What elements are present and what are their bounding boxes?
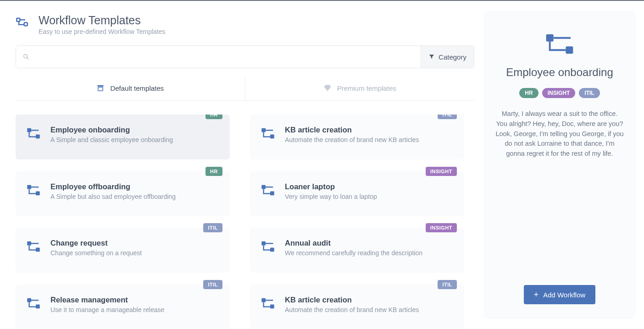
category-filter-button[interactable]: Category bbox=[421, 46, 474, 68]
page-subtitle: Easy to use pre-defined Workflow Templat… bbox=[39, 28, 166, 35]
template-card[interactable]: HREmployee onboardingA Simple and classi… bbox=[16, 115, 230, 159]
template-card[interactable]: ITILKB article creationAutomate the crea… bbox=[250, 285, 464, 329]
card-tag: HR bbox=[205, 167, 222, 176]
card-description: Change something on a request bbox=[50, 249, 142, 257]
svg-rect-15 bbox=[261, 241, 266, 246]
card-title: Employee onboarding bbox=[50, 126, 173, 134]
card-tag: ITIL bbox=[438, 115, 457, 119]
svg-rect-13 bbox=[27, 241, 31, 246]
tab-default-templates[interactable]: Default templates bbox=[16, 77, 245, 100]
svg-rect-22 bbox=[566, 46, 573, 54]
workflow-icon bbox=[261, 240, 275, 253]
tab-premium-templates[interactable]: Premium templates bbox=[245, 77, 475, 100]
template-detail-panel: Employee onboarding HRINSIGHTITIL Marty,… bbox=[483, 11, 636, 319]
svg-rect-14 bbox=[36, 248, 40, 252]
template-card[interactable]: ITILChange requestChange something on a … bbox=[16, 228, 230, 273]
detail-tags: HRINSIGHTITIL bbox=[519, 88, 600, 98]
template-card[interactable]: ITILKB article creationAutomate the crea… bbox=[250, 115, 464, 159]
detail-tag-pill: HR bbox=[519, 88, 538, 98]
detail-tag-pill: ITIL bbox=[579, 88, 600, 98]
card-title: Change request bbox=[50, 239, 142, 247]
search-icon bbox=[22, 53, 30, 60]
card-description: We recommend carefully reading the descr… bbox=[285, 249, 422, 257]
archive-icon bbox=[96, 84, 105, 92]
card-tag: INSIGHT bbox=[426, 223, 457, 232]
template-card[interactable]: ITILRelease managementUse it to manage a… bbox=[16, 285, 230, 329]
card-tag: ITIL bbox=[203, 280, 222, 289]
plus-icon: + bbox=[534, 291, 539, 299]
svg-point-2 bbox=[24, 55, 28, 58]
add-workflow-button[interactable]: + Add Workflow bbox=[524, 285, 596, 304]
card-tag: HR bbox=[205, 115, 222, 119]
card-title: Release management bbox=[50, 296, 164, 304]
svg-rect-10 bbox=[36, 191, 40, 195]
card-description: Very simple way to loan a laptop bbox=[285, 193, 377, 200]
template-card[interactable]: INSIGHTLoaner laptopVery simple way to l… bbox=[250, 171, 464, 216]
svg-rect-17 bbox=[27, 298, 31, 302]
diamond-icon bbox=[323, 84, 332, 92]
search-input[interactable] bbox=[30, 53, 414, 61]
svg-rect-16 bbox=[270, 248, 274, 252]
card-title: Employee offboarding bbox=[50, 182, 176, 191]
svg-rect-3 bbox=[98, 85, 104, 87]
funnel-icon bbox=[428, 54, 435, 60]
card-title: Loaner laptop bbox=[285, 182, 377, 191]
search-bar: Category bbox=[16, 45, 474, 68]
card-title: Annual audit bbox=[285, 239, 422, 247]
svg-rect-5 bbox=[27, 128, 31, 132]
card-description: Use it to manage a manageable release bbox=[50, 306, 164, 313]
card-description: Automate the creation of brand new KB ar… bbox=[285, 306, 419, 313]
svg-rect-7 bbox=[261, 128, 266, 132]
svg-rect-8 bbox=[270, 135, 274, 139]
card-tag: ITIL bbox=[203, 223, 222, 232]
detail-description: Marty, I always wear a suit to the offic… bbox=[495, 109, 624, 159]
workflow-icon bbox=[16, 16, 28, 28]
workflow-icon bbox=[261, 126, 275, 140]
workflow-icon bbox=[27, 183, 40, 197]
workflow-icon bbox=[261, 296, 275, 310]
svg-rect-1 bbox=[24, 22, 28, 26]
template-card-grid[interactable]: HREmployee onboardingA Simple and classi… bbox=[16, 115, 474, 329]
svg-rect-18 bbox=[36, 304, 40, 308]
card-description: A Simple and classic employee onboarding bbox=[50, 136, 173, 143]
svg-rect-12 bbox=[270, 191, 274, 195]
workflow-icon bbox=[27, 126, 40, 140]
workflow-icon bbox=[261, 183, 275, 197]
svg-rect-11 bbox=[261, 185, 266, 189]
workflow-large-icon bbox=[545, 33, 574, 55]
detail-title: Employee onboarding bbox=[506, 66, 613, 79]
svg-rect-4 bbox=[98, 88, 103, 91]
svg-rect-21 bbox=[546, 34, 554, 42]
svg-rect-0 bbox=[17, 18, 20, 22]
card-title: KB article creation bbox=[285, 126, 419, 134]
svg-rect-6 bbox=[36, 135, 40, 139]
tab-label: Default templates bbox=[110, 84, 164, 92]
workflow-icon bbox=[27, 296, 40, 310]
page-header: Workflow Templates Easy to use pre-defin… bbox=[16, 14, 474, 35]
category-label: Category bbox=[439, 53, 466, 61]
workflow-icon bbox=[27, 240, 40, 253]
svg-rect-20 bbox=[270, 304, 274, 308]
svg-rect-19 bbox=[261, 298, 266, 302]
card-description: Automate the creation of brand new KB ar… bbox=[285, 136, 419, 143]
template-tabs: Default templates Premium templates bbox=[16, 77, 474, 101]
card-title: KB article creation bbox=[285, 296, 419, 304]
template-card[interactable]: INSIGHTAnnual auditWe recommend carefull… bbox=[250, 228, 464, 273]
svg-rect-9 bbox=[27, 185, 31, 189]
tab-label: Premium templates bbox=[337, 84, 396, 92]
template-card[interactable]: HREmployee offboardingA Simple but also … bbox=[16, 171, 230, 216]
card-tag: INSIGHT bbox=[426, 167, 457, 176]
add-workflow-label: Add Workflow bbox=[543, 291, 585, 299]
card-description: A Simple but also sad employee offboardi… bbox=[50, 193, 176, 200]
detail-tag-pill: INSIGHT bbox=[542, 88, 576, 98]
card-tag: ITIL bbox=[438, 280, 457, 289]
page-title: Workflow Templates bbox=[39, 14, 166, 27]
